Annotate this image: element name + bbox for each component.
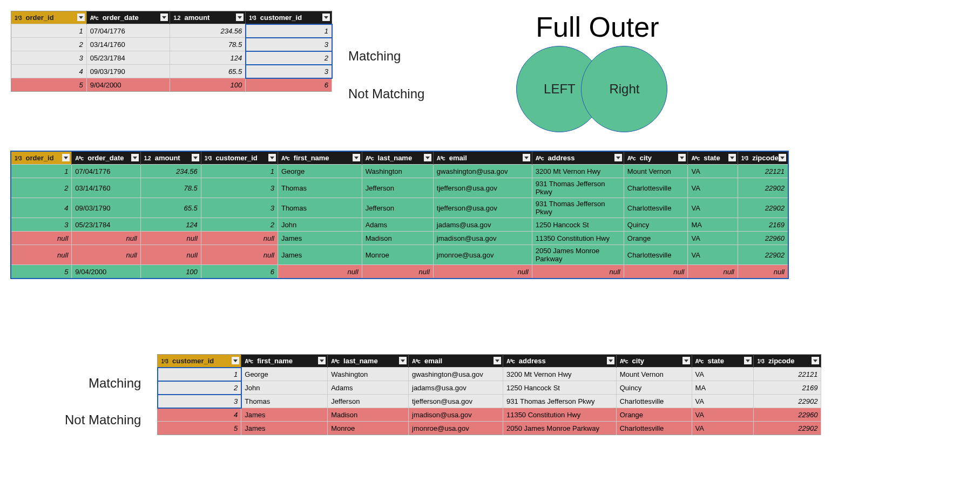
filter-dropdown-icon[interactable]	[192, 154, 199, 161]
cell-amount: 100	[170, 78, 246, 92]
column-header-customer_id[interactable]: 1²3 customer_id	[201, 152, 278, 165]
cell-email: gwashington@usa.gov	[433, 165, 532, 178]
text-type-icon: Aᴮc	[245, 358, 253, 364]
cell-zipcode: 22960	[754, 408, 821, 422]
column-header-zipcode[interactable]: 1²3 zipcode	[738, 152, 788, 165]
column-header-customer_id[interactable]: 1²3 customer_id	[246, 11, 332, 24]
filter-dropdown-icon[interactable]	[160, 13, 168, 21]
text-type-icon: Aᴮc	[506, 358, 515, 364]
cell-zipcode: 22121	[754, 368, 821, 381]
filter-dropdown-icon[interactable]	[607, 357, 614, 364]
cell-address: 11350 Constitution Hwy	[532, 232, 624, 245]
filter-dropdown-icon[interactable]	[232, 357, 239, 364]
column-header-state[interactable]: Aᴮc state	[692, 355, 754, 368]
cell-state: VA	[688, 245, 738, 265]
cell-city: Charlottesville	[624, 245, 688, 265]
int-type-icon: 1²3	[249, 15, 256, 21]
cell-last_name: Washington	[328, 368, 409, 381]
cell-zipcode: 22902	[754, 395, 821, 408]
filter-dropdown-icon[interactable]	[779, 154, 786, 161]
filter-dropdown-icon[interactable]	[744, 357, 752, 364]
column-header-email[interactable]: Aᴮc email	[409, 355, 503, 368]
cell-customer_id: 2	[158, 381, 241, 395]
cell-order_date: 9/04/2000	[72, 265, 140, 279]
filter-dropdown-icon[interactable]	[682, 357, 690, 364]
cell-order_id: 5	[11, 78, 87, 92]
filter-dropdown-icon[interactable]	[399, 357, 407, 364]
cell-zipcode: 22902	[738, 245, 788, 265]
column-header-order_id[interactable]: 1²3 order_id	[11, 11, 87, 24]
cell-address: 931 Thomas Jefferson Pkwy	[532, 178, 624, 198]
cell-order_id: 1	[11, 24, 87, 38]
cell-state: MA	[688, 218, 738, 232]
column-header-city[interactable]: Aᴮc city	[624, 152, 688, 165]
column-header-email[interactable]: Aᴮc email	[433, 152, 532, 165]
cell-amount: 100	[140, 265, 201, 279]
column-header-first_name[interactable]: Aᴮc first_name	[241, 355, 328, 368]
filter-dropdown-icon[interactable]	[236, 13, 244, 21]
column-header-order_id[interactable]: 1²3 order_id	[11, 152, 72, 165]
cell-order_date: 07/04/1776	[86, 24, 170, 38]
int-type-icon: 1²3	[741, 155, 748, 161]
column-header-address[interactable]: Aᴮc address	[532, 152, 624, 165]
cell-state: VA	[692, 395, 754, 408]
filter-dropdown-icon[interactable]	[353, 154, 360, 161]
cell-address: 2050 James Monroe Parkway	[532, 245, 624, 265]
filter-dropdown-icon[interactable]	[131, 154, 139, 161]
column-header-city[interactable]: Aᴮc city	[616, 355, 692, 368]
column-header-last_name[interactable]: Aᴮc last_name	[362, 152, 433, 165]
table-row: 2JohnAdamsjadams@usa.gov1250 Hancock StQ…	[158, 381, 821, 395]
column-header-order_date[interactable]: Aᴮc order_date	[86, 11, 170, 24]
column-header-order_date[interactable]: Aᴮc order_date	[72, 152, 140, 165]
cell-amount: 124	[170, 51, 246, 65]
cell-city: null	[624, 265, 688, 279]
cell-address: 11350 Constitution Hwy	[503, 408, 616, 422]
column-header-last_name[interactable]: Aᴮc last_name	[328, 355, 409, 368]
filter-dropdown-icon[interactable]	[77, 13, 85, 21]
cell-amount: 65.5	[140, 198, 201, 218]
label-matching: Matching	[348, 49, 424, 64]
column-header-address[interactable]: Aᴮc address	[503, 355, 616, 368]
text-type-icon: Aᴮc	[691, 155, 699, 161]
filter-dropdown-icon[interactable]	[268, 154, 276, 161]
column-header-customer_id[interactable]: 1²3 customer_id	[158, 355, 241, 368]
column-header-amount[interactable]: 1.2 amount	[140, 152, 201, 165]
cell-state: VA	[688, 232, 738, 245]
cell-zipcode: 2169	[738, 218, 788, 232]
cell-city: Mount Vernon	[616, 368, 692, 381]
cell-first_name: Thomas	[241, 395, 328, 408]
filter-dropdown-icon[interactable]	[523, 154, 530, 161]
cell-customer_id: 3	[158, 395, 241, 408]
column-header-zipcode[interactable]: 1²3 zipcode	[754, 355, 821, 368]
filter-dropdown-icon[interactable]	[678, 154, 686, 161]
cell-address: 1250 Hancock St	[503, 381, 616, 395]
filter-dropdown-icon[interactable]	[62, 154, 70, 161]
filter-dropdown-icon[interactable]	[322, 13, 330, 21]
cell-zipcode: 22121	[738, 165, 788, 178]
cell-email: null	[433, 265, 532, 279]
cell-address: null	[532, 265, 624, 279]
cell-order_date: null	[72, 245, 140, 265]
cell-city: Charlottesville	[616, 395, 692, 408]
filter-dropdown-icon[interactable]	[728, 154, 736, 161]
column-header-first_name[interactable]: Aᴮc first_name	[278, 152, 362, 165]
table-row: 59/04/20001006	[11, 78, 332, 92]
cell-email: jmadison@usa.gov	[433, 232, 532, 245]
cell-state: VA	[692, 368, 754, 381]
column-header-state[interactable]: Aᴮc state	[688, 152, 738, 165]
filter-dropdown-icon[interactable]	[318, 357, 326, 364]
column-header-amount[interactable]: 1.2 amount	[170, 11, 246, 24]
filter-dropdown-icon[interactable]	[494, 357, 501, 364]
filter-dropdown-icon[interactable]	[614, 154, 622, 161]
cell-last_name: Monroe	[362, 245, 433, 265]
text-type-icon: Aᴮc	[281, 155, 289, 161]
cell-amount: 78.5	[170, 38, 246, 51]
filter-dropdown-icon[interactable]	[812, 357, 819, 364]
text-type-icon: Aᴮc	[75, 155, 83, 161]
cell-email: jmonroe@usa.gov	[409, 422, 503, 435]
cell-order_date: null	[72, 232, 140, 245]
cell-first_name: James	[241, 422, 328, 435]
cell-first_name: John	[241, 381, 328, 395]
cell-email: jadams@usa.gov	[433, 218, 532, 232]
filter-dropdown-icon[interactable]	[424, 154, 431, 161]
